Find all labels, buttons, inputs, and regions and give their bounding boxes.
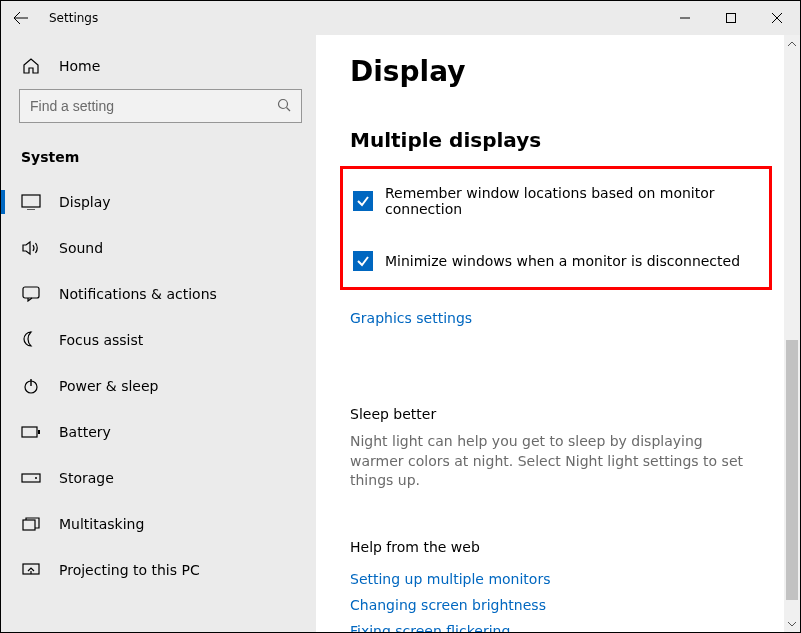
svg-point-1 xyxy=(279,99,288,108)
scroll-up-button[interactable] xyxy=(784,35,800,52)
checkbox-minimize-disconnected[interactable]: Minimize windows when a monitor is disco… xyxy=(353,251,759,271)
section-sleep-title: Sleep better xyxy=(350,406,766,422)
titlebar: Settings xyxy=(1,1,800,35)
minimize-icon xyxy=(680,13,690,23)
link-help-flickering[interactable]: Fixing screen flickering xyxy=(350,623,766,632)
notifications-icon xyxy=(21,286,41,302)
sidebar-item-display[interactable]: Display xyxy=(1,179,316,225)
projecting-icon xyxy=(21,563,41,577)
sidebar-item-label: Focus assist xyxy=(59,332,143,348)
sidebar-item-label: Multitasking xyxy=(59,516,144,532)
scrollbar[interactable] xyxy=(784,35,800,632)
home-icon xyxy=(21,57,41,75)
multitasking-icon xyxy=(21,517,41,531)
search-input[interactable] xyxy=(30,98,277,114)
close-icon xyxy=(772,13,782,23)
sidebar-item-label: Notifications & actions xyxy=(59,286,217,302)
display-icon xyxy=(21,194,41,210)
sidebar-item-label: Storage xyxy=(59,470,114,486)
sidebar-item-storage[interactable]: Storage xyxy=(1,455,316,501)
svg-rect-2 xyxy=(22,195,40,207)
page-title: Display xyxy=(350,55,766,88)
chevron-down-icon xyxy=(788,621,796,627)
sidebar-item-projecting[interactable]: Projecting to this PC xyxy=(1,547,316,593)
battery-icon xyxy=(21,426,41,438)
svg-rect-5 xyxy=(22,427,37,437)
section-help-title: Help from the web xyxy=(350,539,766,555)
sidebar-item-label: Home xyxy=(59,58,100,74)
sidebar-section-header: System xyxy=(1,131,316,179)
sidebar-item-label: Power & sleep xyxy=(59,378,158,394)
checkbox-remember-window-locations[interactable]: Remember window locations based on monit… xyxy=(353,185,759,217)
svg-point-8 xyxy=(35,477,37,479)
section-multiple-displays-title: Multiple displays xyxy=(350,128,766,152)
section-sleep-desc: Night light can help you get to sleep by… xyxy=(350,432,760,491)
back-button[interactable] xyxy=(1,1,41,35)
scroll-down-button[interactable] xyxy=(784,615,800,632)
main-content: Display Multiple displays Remember windo… xyxy=(316,35,800,632)
svg-rect-3 xyxy=(23,287,39,298)
sidebar-item-label: Sound xyxy=(59,240,103,256)
checkbox-checked-icon xyxy=(353,251,373,271)
arrow-left-icon xyxy=(13,10,29,26)
svg-rect-6 xyxy=(38,430,40,434)
link-help-multiple-monitors[interactable]: Setting up multiple monitors xyxy=(350,571,766,587)
highlighted-region: Remember window locations based on monit… xyxy=(340,166,772,290)
checkbox-label: Minimize windows when a monitor is disco… xyxy=(385,253,740,269)
sidebar-item-label: Battery xyxy=(59,424,111,440)
minimize-button[interactable] xyxy=(662,1,708,35)
sidebar-item-label: Display xyxy=(59,194,111,210)
focus-assist-icon xyxy=(21,331,41,349)
sidebar-item-battery[interactable]: Battery xyxy=(1,409,316,455)
sidebar-item-home[interactable]: Home xyxy=(1,43,316,89)
search-icon xyxy=(277,98,291,115)
close-button[interactable] xyxy=(754,1,800,35)
chevron-up-icon xyxy=(788,41,796,47)
sidebar-item-focus-assist[interactable]: Focus assist xyxy=(1,317,316,363)
maximize-button[interactable] xyxy=(708,1,754,35)
svg-rect-0 xyxy=(727,14,736,23)
maximize-icon xyxy=(726,13,736,23)
sidebar: Home System Display xyxy=(1,35,316,632)
window-title: Settings xyxy=(49,11,98,25)
checkbox-label: Remember window locations based on monit… xyxy=(385,185,759,217)
svg-rect-9 xyxy=(23,520,35,530)
scroll-thumb[interactable] xyxy=(786,340,798,600)
search-box[interactable] xyxy=(19,89,302,123)
link-help-brightness[interactable]: Changing screen brightness xyxy=(350,597,766,613)
sidebar-item-notifications[interactable]: Notifications & actions xyxy=(1,271,316,317)
link-graphics-settings[interactable]: Graphics settings xyxy=(350,310,472,326)
sidebar-item-multitasking[interactable]: Multitasking xyxy=(1,501,316,547)
svg-rect-7 xyxy=(22,474,40,482)
sidebar-item-label: Projecting to this PC xyxy=(59,562,200,578)
power-icon xyxy=(21,377,41,395)
sound-icon xyxy=(21,240,41,256)
checkbox-checked-icon xyxy=(353,191,373,211)
sidebar-item-sound[interactable]: Sound xyxy=(1,225,316,271)
storage-icon xyxy=(21,473,41,483)
sidebar-item-power-sleep[interactable]: Power & sleep xyxy=(1,363,316,409)
